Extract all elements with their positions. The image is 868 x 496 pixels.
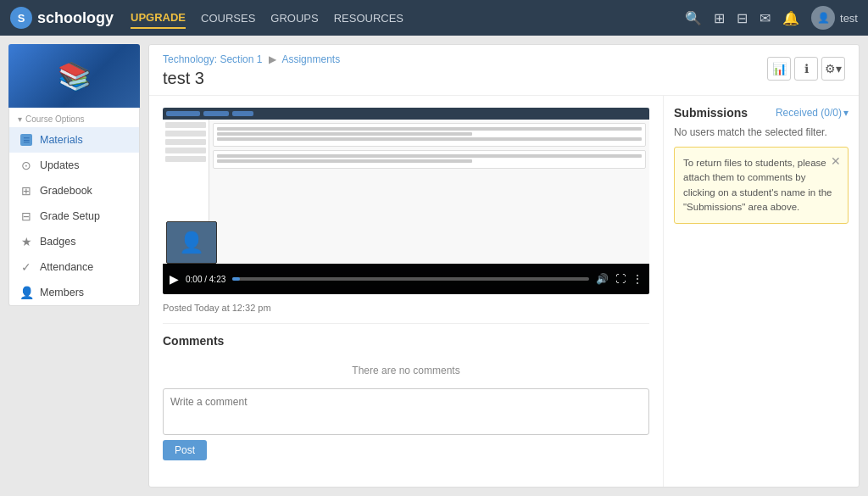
breadcrumb-separator: ▶ xyxy=(269,53,276,65)
sidebar-item-badges[interactable]: ★ Badges xyxy=(9,229,139,254)
no-users-text: No users match the selected filter. xyxy=(674,126,849,138)
main-wrapper: 📚 ▾ Course Options ≡ Materials ⊙ Updates… xyxy=(0,36,868,496)
person-icon: 👤 xyxy=(179,231,204,254)
progress-fill xyxy=(232,277,239,281)
vss-topbar-dot xyxy=(166,111,200,116)
sidebar-item-updates-label: Updates xyxy=(40,159,80,171)
main-content: 👤 ▶ 0:00 / 4:23 🔊 xyxy=(149,96,664,487)
submissions-title: Submissions xyxy=(674,106,748,120)
calendar-icon[interactable]: ⊟ xyxy=(737,10,748,26)
sidebar-nav: ▾ Course Options ≡ Materials ⊙ Updates ⊞… xyxy=(8,108,140,306)
nav-upgrade[interactable]: UPGRADE xyxy=(131,8,186,29)
vss-sidebar-item2 xyxy=(165,131,206,137)
bar-chart-button[interactable]: 📊 xyxy=(767,57,791,81)
comment-input[interactable] xyxy=(163,388,649,435)
more-options-icon[interactable]: ⋮ xyxy=(632,273,643,285)
vss-line2 xyxy=(217,132,472,136)
vss-sidebar-item3 xyxy=(165,139,206,145)
content-area: Technology: Section 1 ▶ Assignments test… xyxy=(148,44,860,488)
received-badge[interactable]: Received (0/0) ▾ xyxy=(776,107,849,119)
username: test xyxy=(840,12,858,25)
materials-icon: ≡ xyxy=(19,133,33,147)
breadcrumb-course[interactable]: Technology: Section 1 xyxy=(163,53,262,65)
video-screenshot xyxy=(163,108,649,264)
logo-text: schoology xyxy=(37,9,114,27)
grid-icon[interactable]: ⊞ xyxy=(714,10,725,26)
sidebar-item-members[interactable]: 👤 Members xyxy=(9,280,139,305)
vss-line5 xyxy=(217,159,472,163)
vss-line3 xyxy=(217,137,642,141)
course-thumbnail: 📚 xyxy=(8,44,140,108)
badges-icon: ★ xyxy=(19,235,33,248)
sidebar-item-members-label: Members xyxy=(40,287,84,298)
top-navigation: S schoology UPGRADE COURSES GROUPS RESOU… xyxy=(0,0,868,36)
nav-icons: 🔍 ⊞ ⊟ ✉ 🔔 👤 test xyxy=(685,6,858,30)
vss-topbar-dot3 xyxy=(232,111,253,116)
video-time: 0:00 / 4:23 xyxy=(186,275,225,284)
updates-icon: ⊙ xyxy=(19,159,33,172)
received-label: Received (0/0) xyxy=(776,107,842,119)
vss-topbar xyxy=(163,108,649,120)
header-actions: 📊 ℹ ⚙▾ xyxy=(767,57,845,81)
info-button[interactable]: ℹ xyxy=(794,57,818,81)
sidebar-item-grade-setup-label: Grade Setup xyxy=(40,210,100,222)
time-total: 4:23 xyxy=(209,275,225,284)
course-options-text: Course Options xyxy=(25,114,84,124)
sidebar: 📚 ▾ Course Options ≡ Materials ⊙ Updates… xyxy=(8,44,140,488)
person-overlay: 👤 xyxy=(166,221,217,264)
bell-icon[interactable]: 🔔 xyxy=(782,10,799,26)
search-icon[interactable]: 🔍 xyxy=(685,10,702,26)
volume-icon[interactable]: 🔊 xyxy=(596,273,609,285)
close-icon[interactable]: ✕ xyxy=(831,153,841,170)
sidebar-item-badges-label: Badges xyxy=(40,236,75,248)
sidebar-item-attendance-label: Attendance xyxy=(40,261,93,273)
mail-icon[interactable]: ✉ xyxy=(760,10,771,26)
vss-block1 xyxy=(213,123,646,147)
page-title: test 3 xyxy=(163,69,340,88)
user-menu[interactable]: 👤 test xyxy=(811,6,858,30)
play-button[interactable]: ▶ xyxy=(170,272,179,286)
no-comments-text: There are no comments xyxy=(163,356,649,388)
video-player[interactable]: 👤 ▶ 0:00 / 4:23 🔊 xyxy=(163,108,649,294)
post-button[interactable]: Post xyxy=(163,440,207,460)
time-current: 0:00 xyxy=(186,275,202,284)
logo[interactable]: S schoology xyxy=(10,7,114,29)
sidebar-item-materials-label: Materials xyxy=(40,134,83,146)
vss-block2 xyxy=(213,150,646,169)
settings-button[interactable]: ⚙▾ xyxy=(821,57,845,81)
sidebar-item-updates[interactable]: ⊙ Updates xyxy=(9,153,139,178)
progress-bar[interactable] xyxy=(232,277,589,281)
sidebar-item-gradebook[interactable]: ⊞ Gradebook xyxy=(9,178,139,203)
books-icon: 📚 xyxy=(58,60,92,92)
chevron-down-icon: ▾ xyxy=(18,114,22,124)
comments-title: Comments xyxy=(163,334,649,348)
members-icon: 👤 xyxy=(19,286,33,299)
vss-sidebar-item4 xyxy=(165,148,206,153)
sidebar-item-attendance[interactable]: ✓ Attendance xyxy=(9,254,139,280)
chevron-down-icon: ▾ xyxy=(843,107,849,119)
avatar: 👤 xyxy=(811,6,835,30)
fullscreen-icon[interactable]: ⛶ xyxy=(615,273,626,285)
sidebar-item-materials[interactable]: ≡ Materials xyxy=(9,127,139,153)
nav-courses[interactable]: COURSES xyxy=(201,8,255,28)
nav-groups[interactable]: GROUPS xyxy=(270,8,318,28)
video-controls[interactable]: ▶ 0:00 / 4:23 🔊 ⛶ ⋮ xyxy=(163,264,649,294)
logo-icon: S xyxy=(10,7,32,29)
content-header: Technology: Section 1 ▶ Assignments test… xyxy=(149,45,859,96)
attendance-icon: ✓ xyxy=(19,260,33,274)
vss-body xyxy=(163,120,649,264)
vss-line4 xyxy=(217,154,642,158)
post-meta: Posted Today at 12:32 pm xyxy=(163,303,649,313)
nav-resources[interactable]: RESOURCES xyxy=(334,8,403,28)
gradebook-icon: ⊞ xyxy=(19,184,33,198)
header-left: Technology: Section 1 ▶ Assignments test… xyxy=(163,53,340,88)
content-body: 👤 ▶ 0:00 / 4:23 🔊 xyxy=(149,96,859,487)
vss-sidebar-item1 xyxy=(165,122,206,128)
vss-sidebar-item5 xyxy=(165,156,206,162)
course-options-label[interactable]: ▾ Course Options xyxy=(9,108,139,127)
submissions-header: Submissions Received (0/0) ▾ xyxy=(674,106,849,120)
vss-main xyxy=(209,120,649,264)
breadcrumb-section[interactable]: Assignments xyxy=(281,53,340,65)
return-files-text: To return files to students, please atta… xyxy=(683,158,832,212)
sidebar-item-grade-setup[interactable]: ⊟ Grade Setup xyxy=(9,203,139,229)
